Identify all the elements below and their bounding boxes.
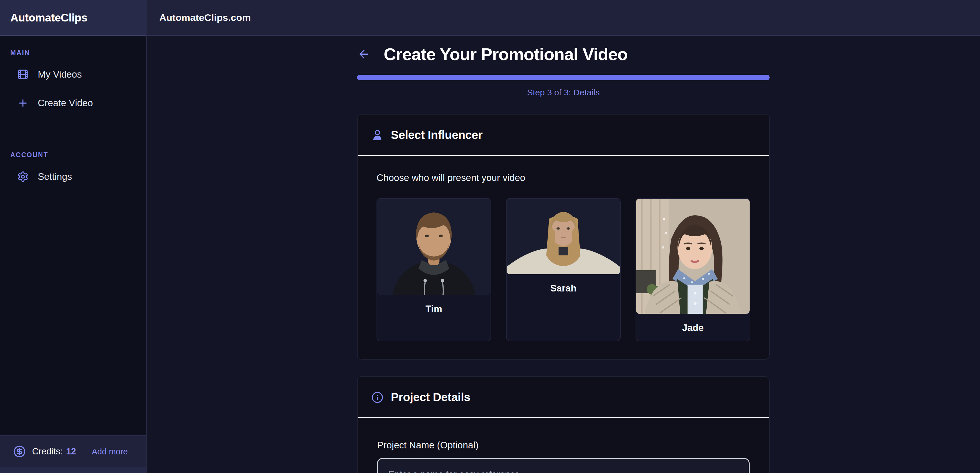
sidebar-footer: Credits: 12 Add more <box>0 435 146 473</box>
gear-icon <box>17 171 29 183</box>
sidebar-item-settings[interactable]: Settings <box>0 162 146 191</box>
main-area: AutomateClips.com Create Your Promotiona… <box>147 0 980 473</box>
tim-photo <box>377 199 491 295</box>
influencer-option-jade[interactable]: Jade <box>636 198 750 341</box>
nav-section-account-label: ACCOUNT <box>10 151 146 159</box>
back-button[interactable] <box>357 47 371 61</box>
select-influencer-card: Select Influencer Choose who will presen… <box>357 114 770 360</box>
influencer-option-tim[interactable]: Tim <box>377 198 491 341</box>
select-influencer-card-header: Select Influencer <box>358 114 769 155</box>
film-icon <box>17 69 29 80</box>
nav-section-main-label: MAIN <box>10 49 146 57</box>
user-icon <box>371 129 383 141</box>
info-icon <box>371 391 383 403</box>
card-title: Select Influencer <box>391 128 482 142</box>
project-details-card: Project Details Project Name (Optional) <box>357 376 770 473</box>
page-title: Create Your Promotional Video <box>384 44 628 64</box>
plus-icon <box>17 97 29 109</box>
credits-label: Credits: <box>32 446 63 457</box>
project-name-label: Project Name (Optional) <box>377 440 479 451</box>
sarah-photo <box>507 199 620 274</box>
step-indicator: Step 3 of 3: Details <box>357 87 770 97</box>
progress-bar <box>357 75 770 80</box>
profile-strip <box>0 468 146 473</box>
sidebar-item-label: My Videos <box>38 69 82 80</box>
influencer-options: Tim <box>377 198 750 341</box>
sidebar-item-create-video[interactable]: Create Video <box>0 89 146 117</box>
influencer-name: Sarah <box>550 283 576 294</box>
sidebar: AutomateClips MAIN My Videos Create Vide… <box>0 0 147 473</box>
dollar-circle-icon <box>13 445 26 458</box>
wizard-heading-row: Create Your Promotional Video <box>357 43 770 65</box>
sidebar-nav: MAIN My Videos Create Video ACCOUNT <box>0 36 146 191</box>
add-more-credits-link[interactable]: Add more <box>92 447 128 456</box>
credits-value: 12 <box>66 446 76 457</box>
app-window: AutomateClips MAIN My Videos Create Vide… <box>0 0 980 473</box>
jade-photo <box>636 199 749 314</box>
project-name-input[interactable] <box>377 458 749 473</box>
sidebar-item-my-videos[interactable]: My Videos <box>0 60 146 89</box>
site-name: AutomateClips.com <box>159 12 251 23</box>
app-logo: AutomateClips <box>10 11 88 24</box>
sidebar-item-label: Create Video <box>38 98 93 108</box>
logo-block: AutomateClips <box>0 0 146 36</box>
influencer-subtitle: Choose who will present your video <box>377 172 750 183</box>
influencer-name: Jade <box>682 322 703 333</box>
sidebar-item-label: Settings <box>38 171 72 182</box>
card-title: Project Details <box>391 390 470 404</box>
influencer-option-sarah[interactable]: Sarah <box>506 198 620 341</box>
project-details-card-header: Project Details <box>358 377 769 417</box>
credits-row: Credits: 12 Add more <box>0 435 146 468</box>
topbar: AutomateClips.com <box>147 0 980 36</box>
progress-bar-fill <box>357 75 770 80</box>
arrow-left-icon <box>357 48 371 61</box>
content-area: Create Your Promotional Video Step 3 of … <box>147 36 980 473</box>
influencer-name: Tim <box>426 303 442 314</box>
